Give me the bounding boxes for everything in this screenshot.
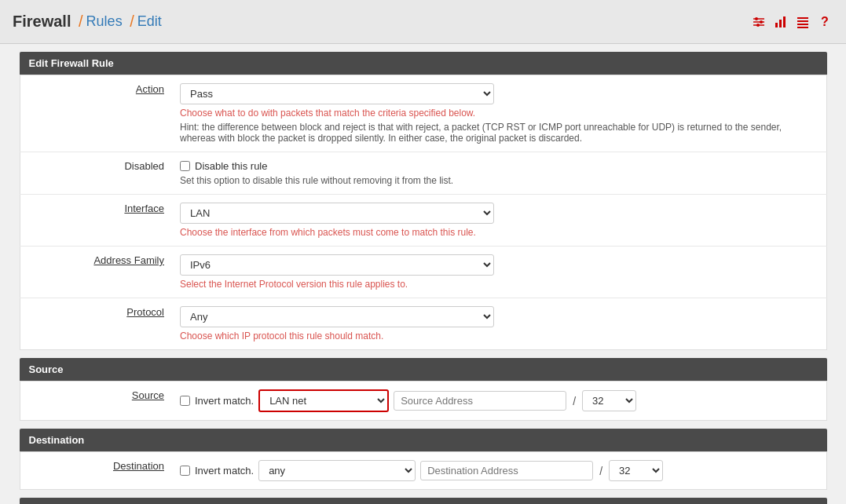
disabled-row: Disabled Disable this rule Set this opti… [20, 152, 826, 195]
source-row: Source Invert match. LAN net any Single … [20, 382, 826, 421]
list-icon[interactable] [794, 13, 811, 31]
breadcrumb-rules[interactable]: Rules [86, 13, 123, 30]
svg-rect-10 [797, 20, 808, 22]
top-icons: ? [750, 13, 833, 31]
svg-rect-8 [783, 16, 786, 27]
destination-cidr-slash: / [598, 465, 604, 477]
help-icon[interactable]: ? [816, 13, 833, 31]
protocol-value-cell: Any TCP UDP TCP/UDP ICMP Choose which IP… [177, 298, 826, 350]
breadcrumb-sep1: / [74, 13, 82, 31]
protocol-help: Choose which IP protocol this rule shoul… [180, 331, 817, 341]
destination-form: Destination Invert match. any LAN net Si… [20, 451, 827, 490]
source-type-container: LAN net any Single host or alias LAN sub… [258, 389, 389, 412]
svg-rect-11 [797, 24, 808, 25]
svg-rect-6 [775, 23, 778, 27]
interface-label-cell: Interface [20, 195, 177, 247]
interface-row: Interface LAN WAN LOOPBACK Choose the in… [20, 195, 826, 247]
destination-invert-label[interactable]: Invert match. [180, 465, 254, 477]
firewall-rule-form: Action Pass Block Reject Choose what to … [20, 75, 827, 350]
disabled-checkbox[interactable] [180, 161, 190, 171]
protocol-label-cell: Protocol [20, 298, 177, 350]
source-type-select[interactable]: LAN net any Single host or alias LAN sub… [258, 389, 389, 412]
action-help2: Hint: the difference between block and r… [180, 122, 817, 144]
action-label[interactable]: Action [136, 83, 164, 95]
svg-point-5 [756, 24, 760, 27]
svg-rect-9 [797, 17, 808, 19]
destination-cidr-select[interactable]: 32 24 16 8 [609, 460, 663, 481]
source-cidr-select[interactable]: 32 24 16 8 [582, 390, 636, 411]
sliders-icon[interactable] [750, 13, 767, 31]
breadcrumb-sep2: / [126, 13, 134, 31]
protocol-row: Protocol Any TCP UDP TCP/UDP ICMP Choose… [20, 298, 826, 350]
destination-label-cell: Destination [20, 452, 177, 490]
source-value-cell: Invert match. LAN net any Single host or… [177, 382, 826, 421]
protocol-select[interactable]: Any TCP UDP TCP/UDP ICMP [180, 306, 494, 327]
destination-address-input[interactable] [420, 461, 593, 480]
action-label-cell: Action [20, 75, 177, 152]
disabled-value-cell: Disable this rule Set this option to dis… [177, 152, 826, 195]
address-family-help: Select the Internet Protocol version thi… [180, 279, 817, 290]
extra-options-header: Extra Options https://blog.csdn.net/qq_4… [20, 498, 827, 504]
main-content: Edit Firewall Rule Action Pass Block Rej… [7, 44, 840, 504]
address-family-row: Address Family IPv4 IPv6 IPv4+IPv6 Selec… [20, 247, 826, 298]
action-value-cell: Pass Block Reject Choose what to do with… [177, 75, 826, 152]
source-section-header: Source [20, 358, 827, 381]
svg-point-1 [755, 17, 758, 20]
destination-invert-checkbox[interactable] [180, 466, 190, 476]
breadcrumb: Firewall / Rules / Edit [13, 13, 162, 31]
destination-controls: Invert match. any LAN net Single host or… [180, 460, 817, 481]
interface-value-cell: LAN WAN LOOPBACK Choose the interface fr… [177, 195, 826, 247]
source-controls: Invert match. LAN net any Single host or… [180, 389, 817, 412]
address-family-select[interactable]: IPv4 IPv6 IPv4+IPv6 [180, 254, 494, 276]
source-cidr-slash: / [571, 395, 577, 407]
edit-rule-header: Edit Firewall Rule [20, 52, 827, 75]
destination-value-cell: Invert match. any LAN net Single host or… [177, 452, 826, 490]
destination-type-select[interactable]: any LAN net Single host or alias LAN sub… [258, 460, 416, 481]
source-invert-checkbox[interactable] [180, 396, 190, 406]
address-family-value-cell: IPv4 IPv6 IPv4+IPv6 Select the Internet … [177, 247, 826, 298]
svg-rect-12 [797, 27, 808, 28]
source-invert-label[interactable]: Invert match. [180, 395, 254, 407]
svg-point-3 [760, 20, 763, 24]
destination-row: Destination Invert match. any LAN net Si… [20, 452, 826, 490]
source-address-input[interactable] [394, 391, 566, 411]
disabled-label: Disabled [124, 160, 164, 172]
interface-help: Choose the interface from which packets … [180, 227, 817, 238]
top-bar: Firewall / Rules / Edit [0, 0, 846, 44]
breadcrumb-firewall: Firewall [13, 13, 71, 31]
action-help1: Choose what to do with packets that matc… [180, 108, 817, 119]
disabled-checkbox-label[interactable]: Disable this rule [180, 160, 817, 172]
action-select[interactable]: Pass Block Reject [180, 83, 494, 104]
disabled-help: Set this option to disable this rule wit… [180, 175, 817, 186]
source-form: Source Invert match. LAN net any Single … [20, 381, 827, 421]
svg-rect-7 [779, 20, 782, 27]
action-row: Action Pass Block Reject Choose what to … [20, 75, 826, 152]
interface-label[interactable]: Interface [124, 203, 164, 214]
breadcrumb-edit: Edit [137, 13, 162, 30]
destination-label[interactable]: Destination [113, 460, 164, 472]
chart-icon[interactable] [772, 13, 789, 31]
interface-select[interactable]: LAN WAN LOOPBACK [180, 203, 494, 224]
address-family-label-cell: Address Family [20, 247, 177, 298]
disabled-label-cell: Disabled [20, 152, 177, 195]
source-label[interactable]: Source [132, 389, 164, 401]
destination-section-header: Destination [20, 429, 827, 451]
protocol-label[interactable]: Protocol [126, 306, 164, 318]
source-label-cell: Source [20, 382, 177, 421]
address-family-label[interactable]: Address Family [93, 254, 164, 266]
